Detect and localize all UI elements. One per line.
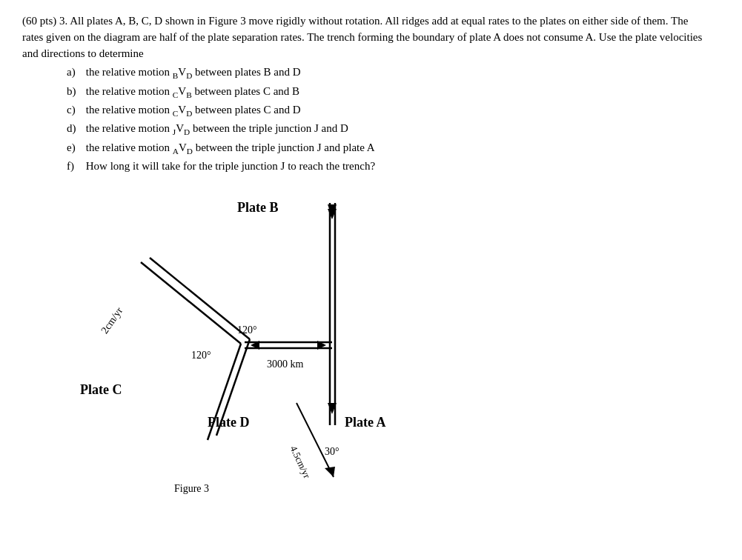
plate-b-label: Plate B — [237, 200, 279, 215]
list-item-c: c) the relative motion CVD between plate… — [67, 102, 704, 119]
figure-3-svg: Plate B 2cm/yr 120° 120° 3000 km P — [67, 188, 452, 499]
diagram-area: Plate B 2cm/yr 120° 120° 3000 km P — [67, 188, 452, 499]
rate-2cmyr-label: 2cm/yr — [99, 304, 125, 335]
plate-c-label: Plate C — [80, 382, 122, 397]
rate-45cmyr-label: 4.5cm/yr — [288, 444, 314, 480]
plate-a-label: Plate A — [345, 415, 386, 430]
angle-120-upper: 120° — [237, 324, 257, 336]
list-item-e: e) the relative motion AVD between the t… — [67, 140, 704, 157]
list-items: a) the relative motion BVD between plate… — [67, 64, 704, 174]
list-item-b: b) the relative motion CVB between plate… — [67, 84, 704, 101]
angle-30: 30° — [325, 446, 339, 457]
diagonal-arrow — [325, 467, 335, 477]
problem-text: (60 pts) 3. All plates A, B, C, D shown … — [22, 13, 704, 175]
distance-3000km: 3000 km — [267, 359, 304, 370]
svg-line-4 — [150, 258, 250, 339]
svg-line-3 — [141, 262, 241, 344]
angle-120-lower: 120° — [191, 350, 211, 361]
list-item-d: d) the relative motion JVD between the t… — [67, 121, 704, 138]
plate-d-label: Plate D — [208, 415, 249, 430]
list-item-f: f) How long it will take for the triple … — [67, 159, 704, 175]
problem-header: (60 pts) 3. All plates A, B, C, D shown … — [22, 13, 704, 61]
list-item-a: a) the relative motion BVD between plate… — [67, 64, 704, 81]
figure-caption: Figure 3 — [174, 483, 209, 494]
